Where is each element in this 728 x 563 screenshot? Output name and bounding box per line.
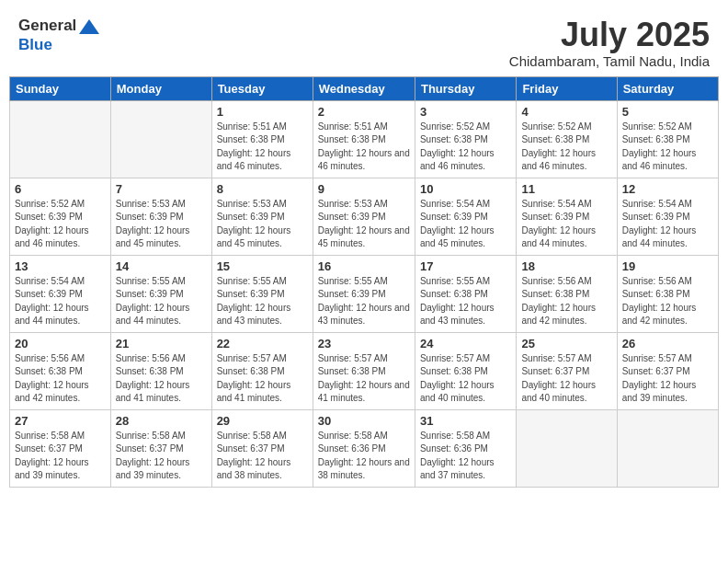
day-number: 18 — [521, 259, 611, 273]
day-number: 23 — [318, 337, 410, 350]
day-number: 19 — [622, 259, 713, 273]
day-number: 3 — [420, 105, 511, 119]
day-info: Sunrise: 5:54 AM Sunset: 6:39 PM Dayligh… — [15, 275, 106, 328]
calendar-day-cell: 3Sunrise: 5:52 AM Sunset: 6:38 PM Daylig… — [415, 100, 516, 178]
location-title: Chidambaram, Tamil Nadu, India — [509, 53, 710, 69]
day-info: Sunrise: 5:55 AM Sunset: 6:39 PM Dayligh… — [116, 275, 207, 328]
day-number: 2 — [318, 105, 410, 119]
day-info: Sunrise: 5:56 AM Sunset: 6:38 PM Dayligh… — [521, 275, 611, 328]
calendar-day-cell: 12Sunrise: 5:54 AM Sunset: 6:39 PM Dayli… — [617, 178, 718, 255]
day-number: 24 — [420, 337, 511, 350]
day-info: Sunrise: 5:53 AM Sunset: 6:39 PM Dayligh… — [318, 198, 410, 251]
day-number: 28 — [116, 414, 207, 428]
day-number: 29 — [217, 414, 308, 428]
day-number: 12 — [622, 182, 713, 196]
day-number: 31 — [420, 414, 511, 428]
day-number: 4 — [521, 105, 611, 119]
day-number: 17 — [420, 259, 511, 273]
calendar-week-row: 13Sunrise: 5:54 AM Sunset: 6:39 PM Dayli… — [10, 255, 719, 332]
calendar-day-cell: 10Sunrise: 5:54 AM Sunset: 6:39 PM Dayli… — [415, 178, 516, 255]
day-number: 25 — [521, 337, 611, 350]
day-number: 30 — [318, 414, 410, 428]
calendar-day-cell: 14Sunrise: 5:55 AM Sunset: 6:39 PM Dayli… — [110, 255, 211, 332]
logo: General Blue — [18, 17, 102, 54]
day-info: Sunrise: 5:52 AM Sunset: 6:38 PM Dayligh… — [622, 121, 713, 174]
calendar-day-cell: 1Sunrise: 5:51 AM Sunset: 6:38 PM Daylig… — [211, 100, 313, 178]
day-number: 6 — [15, 182, 106, 196]
calendar-day-cell: 28Sunrise: 5:58 AM Sunset: 6:37 PM Dayli… — [110, 409, 211, 487]
svg-marker-0 — [79, 19, 99, 34]
weekday-header-monday: Monday — [110, 76, 211, 100]
calendar-day-cell: 11Sunrise: 5:54 AM Sunset: 6:39 PM Dayli… — [517, 178, 617, 255]
calendar-week-row: 6Sunrise: 5:52 AM Sunset: 6:39 PM Daylig… — [10, 178, 719, 255]
calendar-week-row: 27Sunrise: 5:58 AM Sunset: 6:37 PM Dayli… — [10, 409, 719, 487]
day-info: Sunrise: 5:57 AM Sunset: 6:37 PM Dayligh… — [622, 352, 713, 406]
logo-icon — [77, 17, 101, 36]
day-info: Sunrise: 5:53 AM Sunset: 6:39 PM Dayligh… — [217, 198, 308, 251]
weekday-header-row: SundayMondayTuesdayWednesdayThursdayFrid… — [10, 76, 719, 100]
calendar-day-cell: 22Sunrise: 5:57 AM Sunset: 6:38 PM Dayli… — [211, 332, 313, 409]
day-number: 26 — [622, 337, 713, 350]
logo-blue: Blue — [18, 36, 52, 53]
day-number: 20 — [15, 337, 106, 350]
calendar-table: SundayMondayTuesdayWednesdayThursdayFrid… — [9, 76, 719, 488]
calendar-day-cell: 30Sunrise: 5:58 AM Sunset: 6:36 PM Dayli… — [313, 409, 415, 487]
day-info: Sunrise: 5:56 AM Sunset: 6:38 PM Dayligh… — [15, 352, 106, 406]
calendar-day-cell — [517, 409, 617, 487]
calendar-day-cell: 8Sunrise: 5:53 AM Sunset: 6:39 PM Daylig… — [211, 178, 313, 255]
calendar-day-cell: 26Sunrise: 5:57 AM Sunset: 6:37 PM Dayli… — [617, 332, 718, 409]
day-number: 8 — [217, 182, 308, 196]
day-number: 1 — [217, 105, 308, 119]
calendar-day-cell: 18Sunrise: 5:56 AM Sunset: 6:38 PM Dayli… — [517, 255, 617, 332]
calendar-day-cell: 4Sunrise: 5:52 AM Sunset: 6:38 PM Daylig… — [517, 100, 617, 178]
weekday-header-friday: Friday — [517, 76, 617, 100]
day-info: Sunrise: 5:57 AM Sunset: 6:38 PM Dayligh… — [217, 352, 308, 406]
weekday-header-tuesday: Tuesday — [211, 76, 313, 100]
day-info: Sunrise: 5:58 AM Sunset: 6:36 PM Dayligh… — [420, 430, 511, 483]
day-info: Sunrise: 5:58 AM Sunset: 6:36 PM Dayligh… — [318, 430, 410, 483]
day-info: Sunrise: 5:54 AM Sunset: 6:39 PM Dayligh… — [622, 198, 713, 251]
day-info: Sunrise: 5:56 AM Sunset: 6:38 PM Dayligh… — [622, 275, 713, 328]
logo-text: General Blue — [18, 17, 102, 54]
day-info: Sunrise: 5:58 AM Sunset: 6:37 PM Dayligh… — [15, 430, 106, 483]
day-number: 10 — [420, 182, 511, 196]
calendar-day-cell: 27Sunrise: 5:58 AM Sunset: 6:37 PM Dayli… — [10, 409, 111, 487]
day-number: 16 — [318, 259, 410, 273]
day-info: Sunrise: 5:52 AM Sunset: 6:38 PM Dayligh… — [521, 121, 611, 174]
day-number: 7 — [116, 182, 207, 196]
day-info: Sunrise: 5:58 AM Sunset: 6:37 PM Dayligh… — [116, 430, 207, 483]
weekday-header-thursday: Thursday — [415, 76, 516, 100]
calendar-day-cell: 19Sunrise: 5:56 AM Sunset: 6:38 PM Dayli… — [617, 255, 718, 332]
title-block: July 2025 Chidambaram, Tamil Nadu, India — [509, 17, 710, 69]
day-info: Sunrise: 5:55 AM Sunset: 6:39 PM Dayligh… — [217, 275, 308, 328]
logo-general: General — [18, 17, 76, 34]
page-header: General Blue July 2025 Chidambaram, Tami… — [9, 9, 719, 73]
day-info: Sunrise: 5:54 AM Sunset: 6:39 PM Dayligh… — [420, 198, 511, 251]
weekday-header-saturday: Saturday — [617, 76, 718, 100]
calendar-day-cell: 31Sunrise: 5:58 AM Sunset: 6:36 PM Dayli… — [415, 409, 516, 487]
day-number: 14 — [116, 259, 207, 273]
day-number: 15 — [217, 259, 308, 273]
day-number: 11 — [521, 182, 611, 196]
calendar-day-cell: 7Sunrise: 5:53 AM Sunset: 6:39 PM Daylig… — [110, 178, 211, 255]
day-info: Sunrise: 5:55 AM Sunset: 6:39 PM Dayligh… — [318, 275, 410, 328]
day-number: 13 — [15, 259, 106, 273]
weekday-header-sunday: Sunday — [10, 76, 111, 100]
calendar-day-cell: 15Sunrise: 5:55 AM Sunset: 6:39 PM Dayli… — [211, 255, 313, 332]
day-number: 22 — [217, 337, 308, 350]
calendar-day-cell: 25Sunrise: 5:57 AM Sunset: 6:37 PM Dayli… — [517, 332, 617, 409]
day-info: Sunrise: 5:55 AM Sunset: 6:38 PM Dayligh… — [420, 275, 511, 328]
calendar-day-cell: 6Sunrise: 5:52 AM Sunset: 6:39 PM Daylig… — [10, 178, 111, 255]
calendar-week-row: 20Sunrise: 5:56 AM Sunset: 6:38 PM Dayli… — [10, 332, 719, 409]
calendar-day-cell: 29Sunrise: 5:58 AM Sunset: 6:37 PM Dayli… — [211, 409, 313, 487]
calendar-day-cell — [110, 100, 211, 178]
day-number: 21 — [116, 337, 207, 350]
weekday-header-wednesday: Wednesday — [313, 76, 415, 100]
calendar-day-cell — [10, 100, 111, 178]
calendar-day-cell: 16Sunrise: 5:55 AM Sunset: 6:39 PM Dayli… — [313, 255, 415, 332]
day-number: 9 — [318, 182, 410, 196]
day-info: Sunrise: 5:58 AM Sunset: 6:37 PM Dayligh… — [217, 430, 308, 483]
day-info: Sunrise: 5:53 AM Sunset: 6:39 PM Dayligh… — [116, 198, 207, 251]
day-info: Sunrise: 5:57 AM Sunset: 6:38 PM Dayligh… — [420, 352, 511, 406]
calendar-day-cell: 13Sunrise: 5:54 AM Sunset: 6:39 PM Dayli… — [10, 255, 111, 332]
